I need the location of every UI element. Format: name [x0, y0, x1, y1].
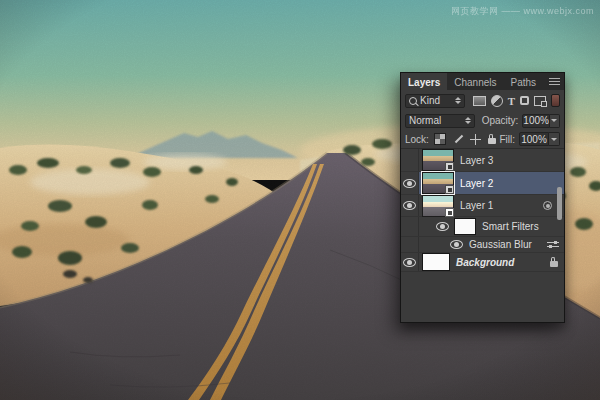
watermark-text: 网页教学网 —— www.webjx.com [451, 5, 594, 18]
eye-icon[interactable] [436, 222, 449, 231]
visibility-well[interactable] [401, 172, 419, 194]
background-locked-padlock-icon [550, 261, 558, 267]
layer-name[interactable]: Smart Filters [482, 221, 539, 232]
layer3-thumbnail[interactable] [422, 149, 454, 171]
layer2-thumbnail[interactable] [422, 172, 454, 194]
lock-bar: Lock: Fill: 100% [401, 130, 564, 149]
smart-object-badge-icon [445, 208, 454, 217]
smart-filters-indicator-icon[interactable] [543, 201, 552, 210]
layer-row-background[interactable]: Background [401, 253, 564, 272]
blend-mode-value: Normal [409, 115, 463, 126]
layer1-thumbnail[interactable] [422, 195, 454, 217]
photoshop-canvas: 网页教学网 —— www.webjx.com Layers Channels P… [0, 0, 600, 400]
layers-panel: Layers Channels Paths Kind T [400, 72, 565, 323]
eye-icon [403, 179, 416, 188]
opacity-label: Opacity: [482, 115, 519, 126]
fill-value[interactable]: 100% [519, 132, 549, 146]
filter-toggle-switch[interactable] [551, 94, 560, 107]
adjustment-filter-icon[interactable] [491, 95, 503, 107]
layer-row-layer1[interactable]: Layer 1 [401, 195, 564, 217]
layer-list-scrollbar[interactable] [557, 187, 562, 220]
search-icon [409, 97, 417, 105]
layer-row-gaussian-blur[interactable]: Gaussian Blur [401, 237, 564, 253]
tab-channels[interactable]: Channels [447, 73, 503, 90]
layer-name[interactable]: Background [456, 257, 514, 268]
opacity-value[interactable]: 100% [522, 114, 550, 128]
background-thumbnail[interactable] [422, 253, 450, 271]
eye-icon[interactable] [450, 240, 463, 249]
smart-object-badge-icon [445, 162, 454, 171]
layer-name[interactable]: Layer 3 [460, 155, 493, 166]
tab-layers[interactable]: Layers [401, 73, 447, 90]
lock-transparency-icon[interactable] [434, 133, 446, 145]
eye-icon [403, 258, 416, 267]
smart-object-badge-icon [445, 185, 454, 194]
filter-type-icons: T [473, 94, 560, 107]
filter-kind-label: Kind [420, 95, 450, 106]
layer-list: Layer 3 Layer 2 Layer 1 [401, 149, 564, 322]
visibility-well-empty [401, 217, 419, 236]
chevron-updown-icon [465, 117, 471, 124]
visibility-well-empty[interactable] [401, 149, 419, 171]
smart-filters-mask-thumbnail[interactable] [454, 218, 476, 235]
fill-dropdown-button[interactable] [549, 132, 560, 146]
shape-filter-icon[interactable] [520, 96, 529, 105]
layer-list-empty-area [401, 272, 564, 322]
filter-blending-options-icon[interactable] [547, 240, 559, 249]
layer-row-layer3[interactable]: Layer 3 [401, 149, 564, 172]
lock-all-padlock-icon[interactable] [488, 138, 496, 144]
layer-row-layer2[interactable]: Layer 2 [401, 172, 564, 195]
layer-name[interactable]: Layer 1 [460, 200, 493, 211]
layer-row-smart-filters[interactable]: Smart Filters [401, 217, 564, 237]
blend-mode-dropdown[interactable]: Normal [405, 114, 475, 128]
filter-bar: Kind T [401, 90, 564, 111]
lock-label: Lock: [405, 134, 429, 145]
tab-paths[interactable]: Paths [504, 73, 544, 90]
lock-pixels-brush-icon[interactable] [453, 134, 463, 144]
layer-name[interactable]: Gaussian Blur [469, 239, 532, 250]
panel-menu-icon[interactable] [549, 78, 560, 85]
panel-tab-bar: Layers Channels Paths [401, 73, 564, 90]
visibility-well-empty [401, 237, 419, 252]
chevron-updown-icon [455, 97, 461, 104]
visibility-well[interactable] [401, 195, 419, 216]
layer-name[interactable]: Layer 2 [460, 178, 493, 189]
type-filter-icon[interactable]: T [508, 96, 515, 106]
opacity-dropdown-button[interactable] [550, 114, 560, 128]
eye-icon [403, 201, 416, 210]
visibility-well[interactable] [401, 253, 419, 271]
fill-label: Fill: [499, 134, 515, 145]
pixel-layer-filter-icon[interactable] [473, 96, 486, 106]
smart-object-filter-icon[interactable] [534, 96, 546, 106]
blend-bar: Normal Opacity: 100% [401, 111, 564, 130]
filter-kind-dropdown[interactable]: Kind [405, 94, 465, 108]
lock-position-move-icon[interactable] [470, 134, 481, 145]
